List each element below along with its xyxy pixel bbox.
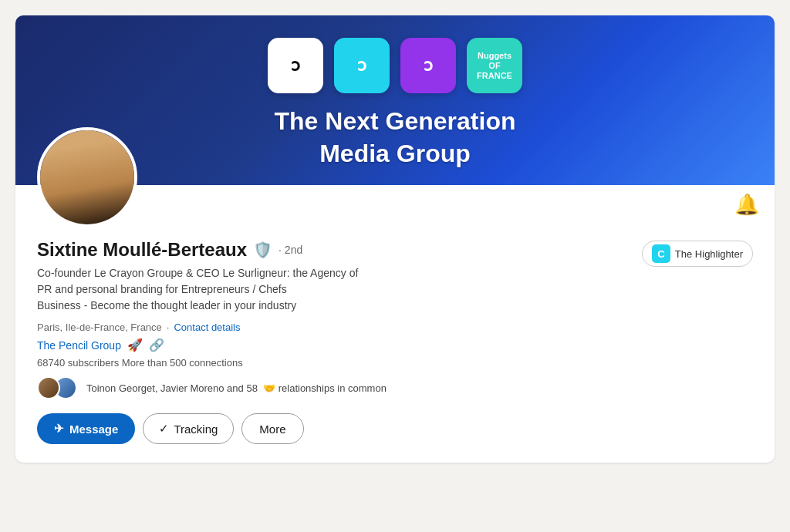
profile-headline: Co-founder Le Crayon Groupe & CEO Le Sur… bbox=[37, 265, 515, 314]
mutual-avatar-1 bbox=[37, 376, 60, 399]
tracking-button[interactable]: ✓ Tracking bbox=[143, 413, 234, 444]
headline-line1: Co-founder Le Crayon Groupe & CEO Le Sur… bbox=[37, 267, 358, 279]
logo-icon-3: ᴄ bbox=[424, 56, 433, 76]
mutual-avatars bbox=[37, 376, 71, 399]
degree-badge: · 2nd bbox=[279, 244, 302, 256]
headline-line2: PR and personal branding for Entrepreneu… bbox=[37, 283, 287, 295]
mutual-text: Toinon Georget, Javier Moreno and 58 🤝 r… bbox=[86, 382, 387, 394]
mutual-suffix: 🤝 relationships in common bbox=[263, 382, 387, 394]
verified-icon: 🛡️ bbox=[253, 241, 272, 259]
location-text: Paris, Ile-de-France, France bbox=[37, 322, 162, 333]
logo-icon-2: ᴄ bbox=[357, 56, 366, 76]
logo-text-4: NuggetsOF FRANCE bbox=[471, 51, 518, 82]
banner-title: The Next Generation Media Group bbox=[275, 106, 516, 170]
logo-box-1: ᴄ bbox=[268, 38, 323, 93]
send-icon: ✈ bbox=[54, 422, 64, 436]
contact-details-link[interactable]: Contact details bbox=[174, 322, 240, 333]
highlighter-label: The Highlighter bbox=[675, 248, 743, 260]
subscribers-text: 68740 subscribers More than 500 connecti… bbox=[37, 357, 243, 369]
logo-box-2: ᴄ bbox=[334, 38, 390, 93]
headline-line3: Business - Become the thought leader in … bbox=[37, 299, 296, 311]
logo-box-3: ᴄ bbox=[400, 38, 456, 93]
company-link[interactable]: The Pencil Group bbox=[37, 339, 121, 352]
company-row: The Pencil Group 🚀 🔗 bbox=[37, 338, 753, 352]
message-button[interactable]: ✈ Message bbox=[37, 413, 135, 444]
profile-banner: ᴄ ᴄ ᴄ NuggetsOF FRANCE The Next Generati… bbox=[15, 15, 775, 185]
logo-icon-1: ᴄ bbox=[291, 56, 300, 76]
banner-title-line1: The Next Generation bbox=[275, 107, 516, 135]
more-label: More bbox=[259, 423, 285, 436]
banner-logos: ᴄ ᴄ ᴄ NuggetsOF FRANCE bbox=[268, 38, 522, 93]
check-icon: ✓ bbox=[159, 422, 169, 436]
profile-avatar bbox=[37, 127, 137, 227]
rocket-icon: 🚀 bbox=[127, 338, 143, 352]
action-buttons-row: ✈ Message ✓ Tracking More bbox=[37, 413, 753, 444]
separator: · bbox=[167, 322, 170, 333]
profile-body: Sixtine Moullé-Berteaux 🛡️ · 2nd C The H… bbox=[15, 185, 775, 463]
highlighter-badge[interactable]: C The Highlighter bbox=[642, 241, 753, 267]
profile-card: ᴄ ᴄ ᴄ NuggetsOF FRANCE The Next Generati… bbox=[15, 15, 775, 463]
banner-title-line2: Media Group bbox=[319, 140, 471, 167]
mutual-row: Toinon Georget, Javier Moreno and 58 🤝 r… bbox=[37, 376, 753, 399]
message-label: Message bbox=[69, 423, 118, 436]
more-button[interactable]: More bbox=[241, 413, 303, 444]
logo-box-4: NuggetsOF FRANCE bbox=[467, 38, 522, 93]
avatar-image bbox=[40, 130, 134, 224]
location-row: Paris, Ile-de-France, France · Contact d… bbox=[37, 322, 753, 333]
external-link-icon[interactable]: 🔗 bbox=[149, 338, 164, 352]
tracking-label: Tracking bbox=[174, 423, 218, 436]
subscribers-row: 68740 subscribers More than 500 connecti… bbox=[37, 357, 753, 369]
mutual-names: Toinon Georget, Javier Moreno and 58 bbox=[86, 382, 258, 394]
highlighter-logo: C bbox=[652, 244, 670, 263]
profile-name: Sixtine Moullé-Berteaux bbox=[37, 239, 247, 261]
